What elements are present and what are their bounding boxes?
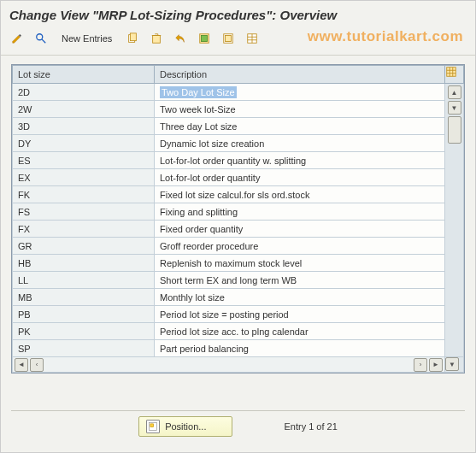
svg-rect-5 xyxy=(202,36,208,42)
table-settings-icon[interactable] xyxy=(243,29,262,48)
cell-lot-size[interactable]: PK xyxy=(13,323,155,340)
cell-description[interactable]: Period lot size = posting period xyxy=(155,306,445,323)
undo-icon[interactable] xyxy=(171,29,190,48)
cell-lot-size[interactable]: EX xyxy=(13,169,155,186)
h-scroll-first-icon[interactable]: ◄ xyxy=(15,358,28,372)
cell-lot-size[interactable]: FX xyxy=(13,221,155,238)
deselect-all-icon[interactable] xyxy=(219,29,238,48)
cell-lot-size[interactable]: 2D xyxy=(13,84,155,101)
svg-rect-9 xyxy=(447,68,456,77)
entry-status: Entry 1 of 21 xyxy=(284,421,337,432)
table-row[interactable]: ESLot-for-lot order quantity w. splittin… xyxy=(13,152,464,169)
cell-description[interactable]: Groff reorder procedure xyxy=(155,238,445,255)
cell-description[interactable]: Fixed lot size calcul.for sls ord.stock xyxy=(155,186,445,203)
new-entries-button[interactable]: New Entries xyxy=(56,31,118,46)
table-row[interactable]: LLShort term EX and long term WB xyxy=(13,272,464,289)
position-label: Position... xyxy=(165,421,206,432)
cell-description[interactable]: Fixed order quantity xyxy=(155,221,445,238)
table-row[interactable]: 2WTwo week lot-Size xyxy=(13,101,464,118)
footer: Position... Entry 1 of 21 xyxy=(1,416,475,437)
table-row[interactable]: DYDynamic lot size creation xyxy=(13,135,464,152)
svg-rect-2 xyxy=(131,33,137,41)
cell-description[interactable]: Lot-for-lot order quantity xyxy=(155,169,445,186)
cell-lot-size[interactable]: SP xyxy=(13,340,155,357)
table-row[interactable]: EXLot-for-lot order quantity xyxy=(13,169,464,186)
cell-description[interactable]: Three day Lot size xyxy=(155,118,445,135)
cell-lot-size[interactable]: FK xyxy=(13,186,155,203)
toolbar: New Entries xyxy=(1,26,475,56)
cell-description[interactable]: Part period balancing xyxy=(155,340,445,357)
cell-lot-size[interactable]: 3D xyxy=(13,118,155,135)
cell-lot-size[interactable]: FS xyxy=(13,203,155,221)
cell-description[interactable]: Period lot size acc. to plng calendar xyxy=(155,323,445,340)
cell-description[interactable]: Two week lot-Size xyxy=(155,101,445,118)
v-scroll-down-hint-icon[interactable]: ▼ xyxy=(448,101,461,115)
data-table: Lot size Description 2DTwo Day Lot Size▲… xyxy=(11,64,465,374)
delete-icon[interactable] xyxy=(147,29,166,48)
copy-icon[interactable] xyxy=(123,29,142,48)
v-scroll-thumb[interactable] xyxy=(448,116,461,144)
cell-description[interactable]: Dynamic lot size creation xyxy=(155,135,445,152)
app-window: Change View "MRP Lot-Sizing Procedures":… xyxy=(0,0,476,453)
cell-description[interactable]: Replenish to maximum stock level xyxy=(155,255,445,272)
other-view-icon[interactable] xyxy=(32,29,50,48)
v-scroll-down-icon[interactable]: ▼ xyxy=(445,357,459,371)
table-row[interactable]: GRGroff reorder procedure xyxy=(13,238,464,255)
position-button[interactable]: Position... xyxy=(138,416,232,437)
h-scroll-last-icon[interactable]: ► xyxy=(429,358,443,372)
table-row[interactable]: 2DTwo Day Lot Size▲▼ xyxy=(13,84,464,101)
h-scroll-prev-icon[interactable]: ‹ xyxy=(30,358,44,372)
table-row[interactable]: SPPart period balancing xyxy=(13,340,464,357)
cell-lot-size[interactable]: LL xyxy=(13,272,155,289)
table-row[interactable]: PKPeriod lot size acc. to plng calendar xyxy=(13,323,464,340)
table-row[interactable]: FKFixed lot size calcul.for sls ord.stoc… xyxy=(13,186,464,203)
col-header-description[interactable]: Description xyxy=(155,66,445,84)
table-row[interactable]: HBReplenish to maximum stock level xyxy=(13,255,464,272)
cell-lot-size[interactable]: PB xyxy=(13,306,155,323)
svg-rect-7 xyxy=(226,36,232,42)
cell-lot-size[interactable]: HB xyxy=(13,255,155,272)
h-scroll-next-icon[interactable]: › xyxy=(414,358,427,372)
v-scroll-gutter: ▲▼ xyxy=(445,84,464,357)
table-row[interactable]: 3DThree day Lot size xyxy=(13,118,464,135)
svg-rect-11 xyxy=(150,424,154,427)
col-header-config[interactable] xyxy=(445,66,464,84)
h-scrollbar-row: ◄ ‹ › ► ▼ xyxy=(13,357,464,373)
position-icon xyxy=(146,420,160,433)
cell-description[interactable]: Two Day Lot Size xyxy=(155,84,445,101)
toggle-display-change-icon[interactable] xyxy=(8,29,26,48)
table-row[interactable]: FXFixed order quantity xyxy=(13,221,464,238)
svg-point-0 xyxy=(37,34,43,40)
page-title: Change View "MRP Lot-Sizing Procedures":… xyxy=(1,1,475,26)
divider xyxy=(11,410,465,411)
select-all-icon[interactable] xyxy=(195,29,214,48)
cell-lot-size[interactable]: GR xyxy=(13,238,155,255)
table-header-row: Lot size Description xyxy=(13,66,464,84)
table-row[interactable]: MBMonthly lot size xyxy=(13,289,464,306)
cell-lot-size[interactable]: 2W xyxy=(13,101,155,118)
cell-description[interactable]: Lot-for-lot order quantity w. splitting xyxy=(155,152,445,169)
cell-description[interactable]: Monthly lot size xyxy=(155,289,445,306)
col-header-lot-size[interactable]: Lot size xyxy=(13,66,155,84)
cell-lot-size[interactable]: ES xyxy=(13,152,155,169)
svg-rect-3 xyxy=(153,36,161,44)
cell-lot-size[interactable]: DY xyxy=(13,135,155,152)
v-scroll-up-icon[interactable]: ▲ xyxy=(448,85,461,99)
table-config-icon[interactable] xyxy=(445,66,457,78)
cell-lot-size[interactable]: MB xyxy=(13,289,155,306)
table-row[interactable]: PBPeriod lot size = posting period xyxy=(13,306,464,323)
cell-description[interactable]: Fixing and splitting xyxy=(155,203,445,221)
table-row[interactable]: FSFixing and splitting xyxy=(13,203,464,221)
cell-description[interactable]: Short term EX and long term WB xyxy=(155,272,445,289)
